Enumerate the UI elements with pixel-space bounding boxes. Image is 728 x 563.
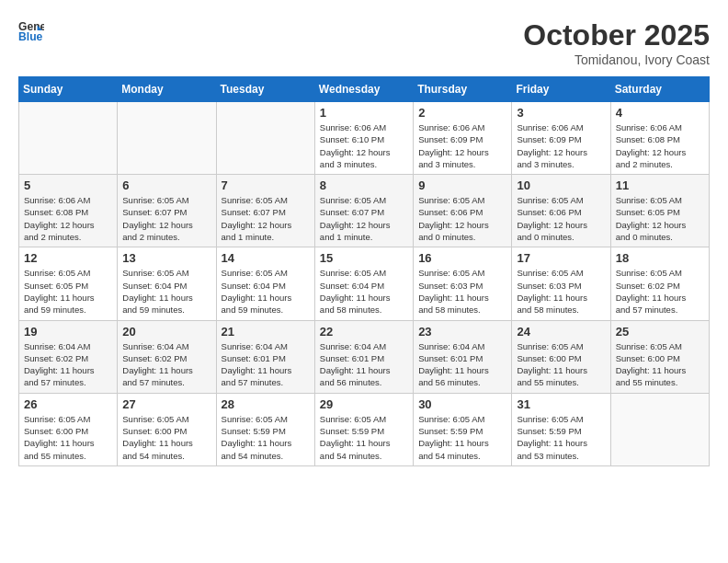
- day-info: Sunrise: 6:05 AMSunset: 6:07 PMDaylight:…: [222, 194, 310, 243]
- day-number: 5: [24, 178, 112, 192]
- page-header: General Blue October 2025 Tomidanou, Ivo…: [18, 18, 710, 67]
- day-info: Sunrise: 6:04 AMSunset: 6:02 PMDaylight:…: [24, 340, 112, 389]
- calendar-cell: 10Sunrise: 6:05 AMSunset: 6:06 PMDayligh…: [512, 175, 610, 247]
- day-number: 6: [122, 178, 210, 192]
- day-number: 27: [122, 397, 210, 411]
- day-info: Sunrise: 6:05 AMSunset: 6:07 PMDaylight:…: [320, 194, 408, 243]
- day-number: 20: [122, 325, 210, 339]
- calendar-cell: 13Sunrise: 6:05 AMSunset: 6:04 PMDayligh…: [118, 247, 216, 320]
- logo: General Blue: [18, 18, 44, 44]
- day-info: Sunrise: 6:05 AMSunset: 5:59 PMDaylight:…: [418, 413, 506, 462]
- calendar-cell: 5Sunrise: 6:06 AMSunset: 6:08 PMDaylight…: [19, 175, 118, 247]
- calendar-cell: 4Sunrise: 6:06 AMSunset: 6:08 PMDaylight…: [610, 102, 709, 175]
- day-info: Sunrise: 6:05 AMSunset: 6:04 PMDaylight:…: [320, 267, 408, 316]
- day-info: Sunrise: 6:05 AMSunset: 5:59 PMDaylight:…: [222, 413, 310, 462]
- day-info: Sunrise: 6:05 AMSunset: 6:03 PMDaylight:…: [418, 267, 506, 316]
- calendar-cell: 18Sunrise: 6:05 AMSunset: 6:02 PMDayligh…: [610, 247, 709, 320]
- day-number: 10: [517, 178, 605, 192]
- day-number: 25: [616, 325, 704, 339]
- logo-icon: General Blue: [18, 18, 44, 44]
- col-header-saturday: Saturday: [610, 77, 709, 102]
- day-number: 28: [222, 397, 310, 411]
- day-info: Sunrise: 6:05 AMSunset: 6:04 PMDaylight:…: [122, 267, 210, 316]
- calendar-cell: 16Sunrise: 6:05 AMSunset: 6:03 PMDayligh…: [414, 247, 512, 320]
- calendar-cell: 9Sunrise: 6:05 AMSunset: 6:06 PMDaylight…: [414, 175, 512, 247]
- col-header-wednesday: Wednesday: [314, 77, 413, 102]
- day-number: 15: [320, 251, 408, 265]
- calendar-cell: 11Sunrise: 6:05 AMSunset: 6:05 PMDayligh…: [610, 175, 709, 247]
- title-block: October 2025 Tomidanou, Ivory Coast: [523, 18, 710, 67]
- calendar-cell: 31Sunrise: 6:05 AMSunset: 5:59 PMDayligh…: [512, 393, 610, 465]
- day-info: Sunrise: 6:04 AMSunset: 6:01 PMDaylight:…: [320, 340, 408, 389]
- day-info: Sunrise: 6:06 AMSunset: 6:09 PMDaylight:…: [517, 121, 605, 170]
- col-header-thursday: Thursday: [414, 77, 512, 102]
- col-header-sunday: Sunday: [19, 77, 118, 102]
- col-header-friday: Friday: [512, 77, 610, 102]
- day-number: 16: [418, 251, 506, 265]
- calendar-cell: 17Sunrise: 6:05 AMSunset: 6:03 PMDayligh…: [512, 247, 610, 320]
- day-number: 3: [517, 106, 605, 120]
- day-number: 8: [320, 178, 408, 192]
- day-info: Sunrise: 6:06 AMSunset: 6:10 PMDaylight:…: [320, 121, 408, 170]
- day-info: Sunrise: 6:05 AMSunset: 5:59 PMDaylight:…: [320, 413, 408, 462]
- calendar-cell: 29Sunrise: 6:05 AMSunset: 5:59 PMDayligh…: [314, 393, 413, 465]
- day-info: Sunrise: 6:06 AMSunset: 6:08 PMDaylight:…: [24, 194, 112, 243]
- day-number: 4: [616, 106, 704, 120]
- calendar-cell: 14Sunrise: 6:05 AMSunset: 6:04 PMDayligh…: [216, 247, 314, 320]
- day-info: Sunrise: 6:05 AMSunset: 6:00 PMDaylight:…: [24, 413, 112, 462]
- month-year: October 2025: [523, 18, 710, 52]
- day-number: 1: [320, 106, 408, 120]
- calendar-cell: 6Sunrise: 6:05 AMSunset: 6:07 PMDaylight…: [118, 175, 216, 247]
- calendar-cell: [19, 102, 118, 175]
- day-number: 21: [222, 325, 310, 339]
- day-number: 12: [24, 251, 112, 265]
- calendar-cell: 25Sunrise: 6:05 AMSunset: 6:00 PMDayligh…: [610, 320, 709, 393]
- calendar-cell: 2Sunrise: 6:06 AMSunset: 6:09 PMDaylight…: [414, 102, 512, 175]
- day-number: 24: [517, 325, 605, 339]
- calendar-cell: 24Sunrise: 6:05 AMSunset: 6:00 PMDayligh…: [512, 320, 610, 393]
- calendar-cell: 26Sunrise: 6:05 AMSunset: 6:00 PMDayligh…: [19, 393, 118, 465]
- day-info: Sunrise: 6:05 AMSunset: 6:06 PMDaylight:…: [418, 194, 506, 243]
- day-number: 22: [320, 325, 408, 339]
- day-number: 14: [222, 251, 310, 265]
- day-number: 9: [418, 178, 506, 192]
- day-info: Sunrise: 6:05 AMSunset: 6:00 PMDaylight:…: [122, 413, 210, 462]
- day-info: Sunrise: 6:05 AMSunset: 6:04 PMDaylight:…: [222, 267, 310, 316]
- day-number: 31: [517, 397, 605, 411]
- day-number: 13: [122, 251, 210, 265]
- calendar-week-row: 26Sunrise: 6:05 AMSunset: 6:00 PMDayligh…: [19, 393, 710, 465]
- day-number: 18: [616, 251, 704, 265]
- day-info: Sunrise: 6:05 AMSunset: 6:05 PMDaylight:…: [24, 267, 112, 316]
- calendar-cell: [610, 393, 709, 465]
- calendar-cell: 20Sunrise: 6:04 AMSunset: 6:02 PMDayligh…: [118, 320, 216, 393]
- day-info: Sunrise: 6:04 AMSunset: 6:01 PMDaylight:…: [222, 340, 310, 389]
- day-info: Sunrise: 6:06 AMSunset: 6:09 PMDaylight:…: [418, 121, 506, 170]
- calendar-cell: [216, 102, 314, 175]
- day-info: Sunrise: 6:05 AMSunset: 6:07 PMDaylight:…: [122, 194, 210, 243]
- day-number: 23: [418, 325, 506, 339]
- day-info: Sunrise: 6:05 AMSunset: 6:00 PMDaylight:…: [616, 340, 704, 389]
- calendar-week-row: 19Sunrise: 6:04 AMSunset: 6:02 PMDayligh…: [19, 320, 710, 393]
- calendar-week-row: 5Sunrise: 6:06 AMSunset: 6:08 PMDaylight…: [19, 175, 710, 247]
- day-info: Sunrise: 6:05 AMSunset: 6:03 PMDaylight:…: [517, 267, 605, 316]
- calendar-cell: [118, 102, 216, 175]
- calendar-week-row: 1Sunrise: 6:06 AMSunset: 6:10 PMDaylight…: [19, 102, 710, 175]
- calendar-cell: 1Sunrise: 6:06 AMSunset: 6:10 PMDaylight…: [314, 102, 413, 175]
- day-number: 19: [24, 325, 112, 339]
- day-info: Sunrise: 6:05 AMSunset: 6:06 PMDaylight:…: [517, 194, 605, 243]
- day-number: 26: [24, 397, 112, 411]
- day-number: 30: [418, 397, 506, 411]
- day-info: Sunrise: 6:05 AMSunset: 6:00 PMDaylight:…: [517, 340, 605, 389]
- day-number: 29: [320, 397, 408, 411]
- calendar-cell: 12Sunrise: 6:05 AMSunset: 6:05 PMDayligh…: [19, 247, 118, 320]
- calendar-cell: 7Sunrise: 6:05 AMSunset: 6:07 PMDaylight…: [216, 175, 314, 247]
- day-number: 2: [418, 106, 506, 120]
- day-info: Sunrise: 6:06 AMSunset: 6:08 PMDaylight:…: [616, 121, 704, 170]
- calendar-header-row: SundayMondayTuesdayWednesdayThursdayFrid…: [19, 77, 710, 102]
- calendar-cell: 30Sunrise: 6:05 AMSunset: 5:59 PMDayligh…: [414, 393, 512, 465]
- day-number: 11: [616, 178, 704, 192]
- day-info: Sunrise: 6:04 AMSunset: 6:01 PMDaylight:…: [418, 340, 506, 389]
- col-header-tuesday: Tuesday: [216, 77, 314, 102]
- calendar-cell: 22Sunrise: 6:04 AMSunset: 6:01 PMDayligh…: [314, 320, 413, 393]
- day-info: Sunrise: 6:05 AMSunset: 6:05 PMDaylight:…: [616, 194, 704, 243]
